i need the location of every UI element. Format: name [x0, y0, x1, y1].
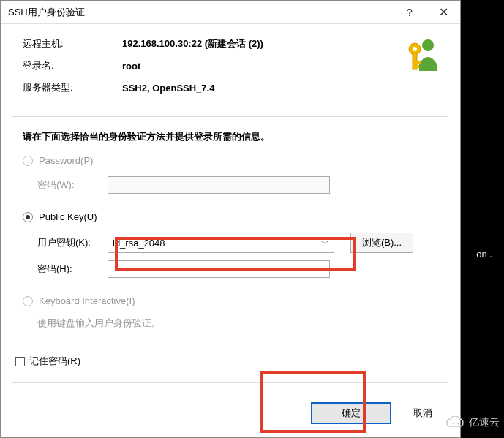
- watermark-text: 亿速云: [469, 416, 500, 429]
- publickey-radio[interactable]: [23, 212, 33, 222]
- chevron-down-icon: ﹀: [321, 238, 329, 249]
- remote-host-value: 192.168.100.30:22 (新建会话 (2)): [122, 37, 263, 50]
- titlebar: SSH用户身份验证 ? ✕: [1, 1, 460, 24]
- publickey-method: Public Key(U) 用户密钥(K): id_rsa_2048 ﹀ 浏览(…: [23, 211, 438, 278]
- cloud-icon: [445, 416, 466, 429]
- login-name-value: root: [122, 61, 140, 72]
- keyboard-interactive-method: Keyboard Interactive(I) 使用键盘输入用户身份验证。: [23, 295, 438, 330]
- connection-info: 远程主机: 192.168.100.30:22 (新建会话 (2)) 登录名: …: [1, 24, 460, 110]
- svg-rect-4: [413, 65, 419, 68]
- remember-password-label: 记住密码(R): [29, 355, 80, 368]
- svg-point-0: [422, 39, 434, 51]
- login-name-label: 登录名:: [23, 59, 122, 72]
- user-key-icon: [405, 34, 444, 74]
- password-field-label: 密码(W):: [37, 178, 108, 192]
- close-button[interactable]: ✕: [426, 1, 460, 24]
- kbi-hint: 使用键盘输入用户身份验证。: [37, 317, 438, 330]
- svg-point-7: [457, 423, 459, 424]
- kbi-radio: [23, 296, 33, 306]
- server-type-label: 服务器类型:: [23, 81, 122, 94]
- password-method: Password(P) 密码(W):: [23, 155, 438, 194]
- kbi-radio-label: Keyboard Interactive(I): [39, 295, 135, 306]
- remember-password-checkbox[interactable]: [15, 357, 25, 366]
- user-key-label: 用户密钥(K):: [37, 236, 108, 249]
- instruction-text: 请在下面选择恰当的身份验证方法并提供登录所需的信息。: [1, 117, 460, 155]
- remote-host-label: 远程主机:: [23, 37, 122, 50]
- browse-button[interactable]: 浏览(B)...: [350, 233, 413, 253]
- svg-point-6: [453, 423, 454, 424]
- passphrase-input[interactable]: [108, 260, 330, 278]
- help-button[interactable]: ?: [393, 1, 426, 24]
- ok-button[interactable]: 确定: [311, 402, 391, 424]
- publickey-radio-label: Public Key(U): [39, 211, 97, 222]
- svg-point-5: [413, 47, 417, 51]
- ssh-auth-dialog: SSH用户身份验证 ? ✕ 远程主机: 192.168.100.30:22 (新…: [0, 0, 461, 438]
- user-key-dropdown[interactable]: id_rsa_2048 ﹀: [108, 233, 334, 253]
- dialog-title: SSH用户身份验证: [8, 6, 393, 19]
- password-input: [108, 176, 330, 194]
- svg-rect-3: [413, 61, 421, 64]
- user-key-value: id_rsa_2048: [113, 238, 165, 249]
- server-type-value: SSH2, OpenSSH_7.4: [122, 83, 214, 94]
- password-radio-label: Password(P): [39, 155, 93, 166]
- password-radio: [23, 156, 33, 166]
- passphrase-label: 密码(H):: [37, 263, 108, 276]
- watermark: 亿速云: [445, 416, 500, 429]
- background-text: on .: [476, 249, 492, 260]
- bottom-bar: 记住密码(R) 确定 取消: [1, 347, 460, 438]
- auth-methods: Password(P) 密码(W): Public Key(U) 用户密钥(K)…: [1, 155, 460, 347]
- cancel-button[interactable]: 取消: [405, 402, 441, 424]
